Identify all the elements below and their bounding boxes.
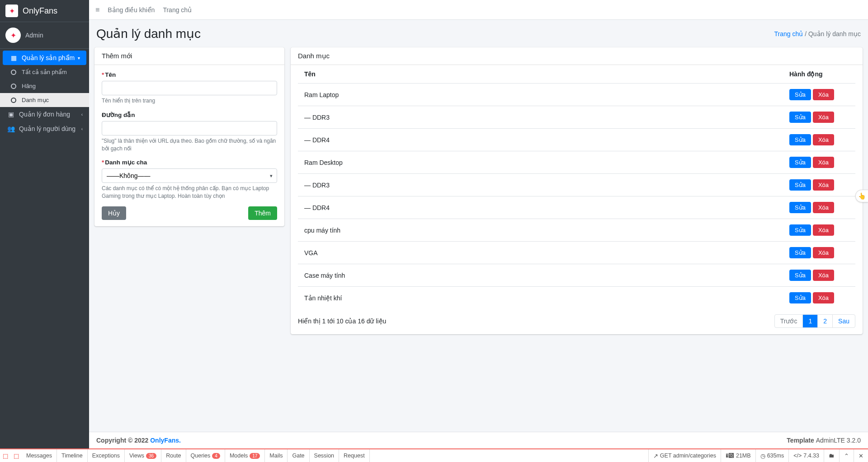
name-help: Tên hiển thị trên trang [102, 97, 277, 105]
floating-action-button[interactable]: 👆 [855, 190, 868, 202]
edit-button[interactable]: Sửa [789, 224, 811, 236]
sidebar-item-orders[interactable]: ▣ Quản lý đơn hàng ‹ [0, 107, 89, 121]
name-label: *Tên [102, 71, 277, 78]
user-panel[interactable]: ✦ Admin [0, 22, 89, 49]
chevron-left-icon: ‹ [81, 112, 83, 117]
sidebar-item-all-products[interactable]: Tất cả sản phẩm [0, 65, 89, 79]
dbg-time[interactable]: ◷635ms [755, 449, 789, 462]
dbg-models[interactable]: Models17 [225, 449, 265, 462]
cell-name: VGA [298, 242, 783, 264]
dbg-memory[interactable]: �⵼21MB [721, 449, 755, 462]
top-nav: ≡ Bảng điều khiển Trang chủ [89, 0, 868, 20]
delete-button[interactable]: Xóa [813, 134, 834, 145]
user-name: Admin [25, 32, 43, 39]
edit-button[interactable]: Sửa [789, 270, 811, 281]
dbg-views[interactable]: Views36 [125, 449, 161, 462]
cell-name: Tản nhiệt khí [298, 287, 783, 309]
footer-brand-link[interactable]: OnlyFans. [150, 437, 181, 444]
circle-icon [9, 84, 18, 89]
cell-actions: SửaXóa [783, 196, 855, 219]
add-category-card: Thêm mới *Tên Tên hiển thị trên trang Đư… [94, 47, 284, 226]
table-row: VGASửaXóa [298, 242, 855, 264]
circle-icon [9, 70, 18, 75]
sidebar-item-label: Tất cả sản phẩm [22, 69, 67, 75]
close-icon: ✕ [859, 453, 863, 459]
code-icon: </> [793, 453, 802, 459]
laravel-icon[interactable]: ⬚ [11, 453, 22, 459]
edit-button[interactable]: Sửa [789, 292, 811, 303]
topnav-dashboard[interactable]: Bảng điều khiển [108, 6, 155, 14]
breadcrumb-home[interactable]: Trang chủ [774, 30, 803, 37]
card-title: Danh mục [291, 47, 863, 65]
cell-actions: SửaXóa [783, 219, 855, 242]
slug-input[interactable] [102, 121, 277, 135]
edit-button[interactable]: Sửa [789, 247, 811, 258]
page-1[interactable]: 1 [803, 315, 817, 327]
sidebar-item-brands[interactable]: Hãng [0, 79, 89, 93]
dbg-close[interactable]: ✕ [854, 449, 868, 462]
edit-button[interactable]: Sửa [789, 157, 811, 168]
delete-button[interactable]: Xóa [813, 224, 834, 236]
edit-button[interactable]: Sửa [789, 112, 811, 123]
delete-button[interactable]: Xóa [813, 270, 834, 281]
dbg-route[interactable]: Route [161, 449, 186, 462]
edit-button[interactable]: Sửa [789, 202, 811, 213]
dbg-mails[interactable]: Mails [265, 449, 288, 462]
delete-button[interactable]: Xóa [813, 157, 834, 168]
delete-button[interactable]: Xóa [813, 112, 834, 123]
sidebar-item-label: Danh mục [22, 97, 49, 103]
clock-icon: ◷ [760, 453, 765, 459]
parent-select[interactable]: ——Không—— [102, 168, 277, 183]
dbg-messages[interactable]: Messages [22, 449, 57, 462]
edit-button[interactable]: Sửa [789, 134, 811, 145]
cell-actions: SửaXóa [783, 174, 855, 196]
slug-help: "Slug" là thân thiện với URL dựa theo. B… [102, 137, 277, 153]
cancel-button[interactable]: Hủy [102, 206, 126, 220]
dbg-session[interactable]: Session [310, 449, 339, 462]
dbg-folder[interactable]: 🖿 [824, 449, 839, 462]
dbg-timeline[interactable]: Timeline [57, 449, 88, 462]
delete-button[interactable]: Xóa [813, 292, 834, 303]
delete-button[interactable]: Xóa [813, 202, 834, 213]
page-2[interactable]: 2 [818, 315, 832, 327]
dbg-route-info[interactable]: ↗GET admin/categories [648, 449, 721, 462]
breadcrumb-current: Quản lý danh mục [808, 30, 861, 37]
menu-toggle-icon[interactable]: ≡ [95, 6, 99, 14]
dbg-exceptions[interactable]: Exceptions [88, 449, 125, 462]
debugbar: ⬚ ⬚ Messages Timeline Exceptions Views36… [0, 448, 868, 462]
dbg-request[interactable]: Request [339, 449, 370, 462]
sidebar-item-label: Quản lý người dùng [19, 125, 75, 132]
submit-button[interactable]: Thêm [248, 206, 277, 220]
laravel-icon[interactable]: ⬚ [0, 453, 11, 459]
brand-logo-icon: ✦ [5, 5, 18, 17]
dbg-php[interactable]: </>7.4.33 [788, 449, 824, 462]
col-actions: Hành động [783, 65, 855, 84]
cell-name: cpu máy tính [298, 219, 783, 242]
delete-button[interactable]: Xóa [813, 89, 834, 100]
page-prev[interactable]: Trước [775, 315, 803, 327]
edit-button[interactable]: Sửa [789, 89, 811, 100]
page-next[interactable]: Sau [833, 315, 855, 327]
chevron-down-icon: ▾ [78, 56, 80, 61]
brand[interactable]: ✦ OnlyFans [0, 0, 89, 22]
sidebar-item-users[interactable]: 👥 Quản lý người dùng ‹ [0, 121, 89, 136]
cell-name: — DDR3 [298, 174, 783, 196]
edit-button[interactable]: Sửa [789, 179, 811, 191]
cell-name: Ram Laptop [298, 84, 783, 106]
dbg-gate[interactable]: Gate [288, 449, 309, 462]
topnav-home[interactable]: Trang chủ [163, 6, 192, 14]
delete-button[interactable]: Xóa [813, 247, 834, 258]
cell-name: — DDR3 [298, 106, 783, 129]
table-info: Hiển thị 1 tới 10 của 16 dữ liệu [298, 317, 386, 325]
share-icon: ↗ [653, 453, 658, 459]
delete-button[interactable]: Xóa [813, 179, 834, 191]
cell-name: — DDR4 [298, 196, 783, 219]
name-input[interactable] [102, 81, 277, 95]
sidebar-item-products[interactable]: ▦ Quản lý sản phẩm ▾ [3, 51, 86, 65]
cell-name: Case máy tính [298, 264, 783, 287]
dbg-collapse[interactable]: ⌃ [839, 449, 854, 462]
sidebar-item-label: Hãng [22, 83, 36, 89]
dbg-queries[interactable]: Queries4 [186, 449, 225, 462]
sidebar-item-categories[interactable]: Danh mục [0, 93, 89, 107]
slug-label: Đường dẫn [102, 111, 277, 118]
